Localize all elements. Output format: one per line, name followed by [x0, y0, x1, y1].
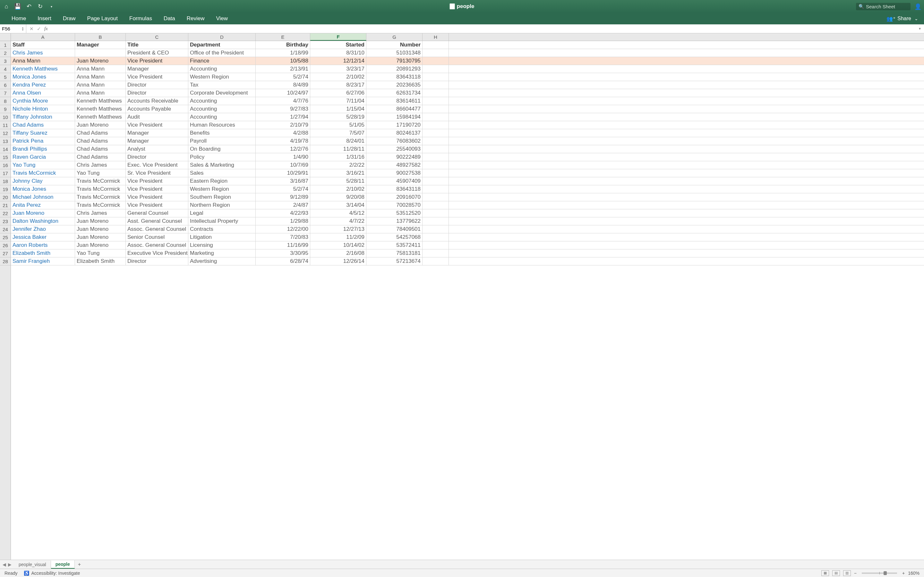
cell-F1[interactable]: Started	[310, 41, 367, 49]
cell-F11[interactable]: 5/1/05	[310, 121, 367, 129]
row-header[interactable]: 19	[0, 185, 11, 193]
sheet-tab-people-visual[interactable]: people_visual	[14, 561, 51, 568]
cell-D1[interactable]: Department	[188, 41, 256, 49]
search-sheet-input[interactable]: 🔍 Search Sheet	[856, 3, 911, 10]
cell-A22[interactable]: Juan Moreno	[11, 210, 75, 217]
cell-D6[interactable]: Tax	[188, 81, 256, 89]
cell-B27[interactable]: Yao Tung	[75, 250, 126, 257]
cell-D12[interactable]: Benefits	[188, 129, 256, 137]
cell-E22[interactable]: 4/22/93	[256, 210, 310, 217]
row-header[interactable]: 14	[0, 145, 11, 153]
cell-E13[interactable]: 4/19/78	[256, 137, 310, 145]
cell-D7[interactable]: Corporate Development	[188, 89, 256, 97]
cell-E16[interactable]: 10/7/69	[256, 161, 310, 169]
cell-A12[interactable]: Tiffany Suarez	[11, 129, 75, 137]
row-header[interactable]: 25	[0, 234, 11, 242]
cell-A23[interactable]: Dalton Washington	[11, 218, 75, 225]
cell-A4[interactable]: Kenneth Matthews	[11, 65, 75, 73]
cell-G19[interactable]: 83643118	[367, 185, 423, 193]
cell-G5[interactable]: 83643118	[367, 73, 423, 81]
cell-B19[interactable]: Travis McCormick	[75, 185, 126, 193]
row-header[interactable]: 2	[0, 49, 11, 57]
name-box-stepper-icon[interactable]: ▲▼	[21, 27, 24, 31]
cell-C20[interactable]: Vice President	[126, 193, 188, 201]
cell-C19[interactable]: Vice President	[126, 185, 188, 193]
cell-G3[interactable]: 79130795	[367, 57, 423, 65]
cell-C5[interactable]: Vice President	[126, 73, 188, 81]
cell-C10[interactable]: Audit	[126, 113, 188, 121]
cell-A6[interactable]: Kendra Perez	[11, 81, 75, 89]
cell-C23[interactable]: Asst. General Counsel	[126, 218, 188, 225]
cell-G28[interactable]: 57213674	[367, 258, 423, 265]
cell-F25[interactable]: 11/2/09	[310, 234, 367, 241]
cell-H6[interactable]	[423, 81, 449, 89]
cell-G1[interactable]: Number	[367, 41, 423, 49]
cell-G10[interactable]: 15984194	[367, 113, 423, 121]
cell-H17[interactable]	[423, 169, 449, 177]
column-header-F[interactable]: F	[310, 33, 367, 41]
cell-H27[interactable]	[423, 250, 449, 257]
cell-G11[interactable]: 17190720	[367, 121, 423, 129]
cell-A13[interactable]: Patrick Pena	[11, 137, 75, 145]
row-header[interactable]: 1	[0, 41, 11, 49]
cell-A25[interactable]: Jessica Baker	[11, 234, 75, 241]
cell-F2[interactable]: 8/31/10	[310, 49, 367, 57]
column-header-C[interactable]: C	[126, 33, 188, 41]
cell-H7[interactable]	[423, 89, 449, 97]
cell-G7[interactable]: 62631734	[367, 89, 423, 97]
cells-area[interactable]: StaffManagerTitleDepartmentBirthdayStart…	[11, 41, 924, 560]
cell-G17[interactable]: 90027538	[367, 169, 423, 177]
cell-D21[interactable]: Northern Region	[188, 201, 256, 209]
cell-F5[interactable]: 2/10/02	[310, 73, 367, 81]
cell-H11[interactable]	[423, 121, 449, 129]
cell-B1[interactable]: Manager	[75, 41, 126, 49]
zoom-slider[interactable]	[862, 572, 897, 574]
cell-A26[interactable]: Aaron Roberts	[11, 242, 75, 249]
cell-A27[interactable]: Elizabeth Smith	[11, 250, 75, 257]
column-header-D[interactable]: D	[188, 33, 256, 41]
zoom-in-button[interactable]: +	[902, 571, 905, 576]
row-header[interactable]: 27	[0, 250, 11, 258]
cell-F16[interactable]: 2/2/22	[310, 161, 367, 169]
cell-F4[interactable]: 3/23/17	[310, 65, 367, 73]
row-header[interactable]: 4	[0, 65, 11, 73]
cell-A1[interactable]: Staff	[11, 41, 75, 49]
cell-A10[interactable]: Tiffany Johnston	[11, 113, 75, 121]
cell-H23[interactable]	[423, 218, 449, 225]
row-header[interactable]: 21	[0, 201, 11, 210]
cell-F26[interactable]: 10/14/02	[310, 242, 367, 249]
cell-E5[interactable]: 5/2/74	[256, 73, 310, 81]
cell-C22[interactable]: General Counsel	[126, 210, 188, 217]
cell-D8[interactable]: Accounting	[188, 97, 256, 105]
cell-D18[interactable]: Eastern Region	[188, 177, 256, 185]
cell-H20[interactable]	[423, 193, 449, 201]
cell-A9[interactable]: Nichole Hinton	[11, 105, 75, 113]
cell-E20[interactable]: 9/12/89	[256, 193, 310, 201]
column-header-A[interactable]: A	[11, 33, 75, 41]
cell-G15[interactable]: 90222489	[367, 153, 423, 161]
cell-G12[interactable]: 80246137	[367, 129, 423, 137]
add-sheet-button[interactable]: +	[75, 562, 84, 567]
row-header[interactable]: 18	[0, 177, 11, 185]
sheet-tab-people[interactable]: people	[51, 560, 75, 569]
cell-C17[interactable]: Sr. Vice President	[126, 169, 188, 177]
tab-review[interactable]: Review	[181, 13, 210, 24]
cell-F20[interactable]: 9/20/08	[310, 193, 367, 201]
cell-D28[interactable]: Advertising	[188, 258, 256, 265]
tab-draw[interactable]: Draw	[57, 13, 81, 24]
cell-C26[interactable]: Assoc. General Counsel	[126, 242, 188, 249]
cell-E26[interactable]: 11/16/99	[256, 242, 310, 249]
cell-C21[interactable]: Vice President	[126, 201, 188, 209]
cell-H22[interactable]	[423, 210, 449, 217]
cell-D26[interactable]: Licensing	[188, 242, 256, 249]
cell-B28[interactable]: Elizabeth Smith	[75, 258, 126, 265]
cell-D4[interactable]: Accounting	[188, 65, 256, 73]
cell-C11[interactable]: Vice President	[126, 121, 188, 129]
cell-E2[interactable]: 1/18/99	[256, 49, 310, 57]
cell-D17[interactable]: Sales	[188, 169, 256, 177]
cell-D24[interactable]: Contracts	[188, 226, 256, 233]
cell-B16[interactable]: Chris James	[75, 161, 126, 169]
view-page-break-button[interactable]: ▥	[843, 570, 851, 576]
cell-F13[interactable]: 8/24/01	[310, 137, 367, 145]
cell-H8[interactable]	[423, 97, 449, 105]
